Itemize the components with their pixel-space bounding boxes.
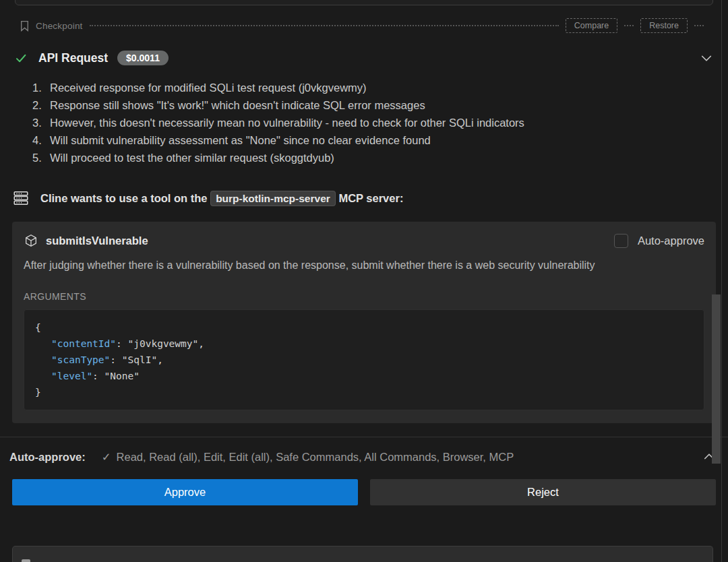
code-line: "contentId": "j0vkgvewmy", — [35, 336, 693, 352]
tool-card-header: submitIsVulnerable Auto-approve — [24, 233, 704, 248]
chat-message-container: Checkpoint Compare Restore API Request $… — [0, 18, 728, 505]
auto-approve-footer[interactable]: Auto-approve: ✓Read, Read (all), Edit, E… — [9, 447, 716, 467]
tool-request-card: submitIsVulnerable Auto-approve After ju… — [12, 222, 716, 423]
tool-use-heading: Cline wants to use a tool on the burp-ko… — [12, 189, 716, 207]
json-key: "scanType" — [51, 354, 110, 365]
checkpoint-row: Checkpoint Compare Restore — [19, 18, 705, 33]
auto-approve-label: Auto-approve — [638, 235, 704, 247]
bookmark-icon — [19, 20, 30, 32]
checkpoint-dotted-line — [90, 25, 559, 26]
auto-approve-permissions: ✓Read, Read (all), Edit, Edit (all), Saf… — [102, 451, 514, 464]
tool-description: After judging whether there is a vulnera… — [24, 257, 698, 274]
code-line: "scanType": "SqlI", — [35, 352, 693, 368]
step-text: Will submit vulnerability assessment as … — [50, 131, 431, 149]
arguments-label: ARGUMENTS — [24, 291, 704, 302]
step-number: 3. — [32, 114, 50, 131]
chat-input-box-partial[interactable] — [12, 546, 713, 562]
code-line: { — [35, 319, 693, 336]
auto-approve-footer-label: Auto-approve: — [9, 451, 86, 464]
mcp-server-icon — [12, 189, 30, 207]
step-text: Received response for modified SQLi test… — [50, 79, 367, 96]
json-value: "j0vkgvewmy", — [128, 338, 205, 349]
tool-use-prefix: Cline wants to use a tool on the — [40, 192, 208, 204]
restore-button[interactable]: Restore — [640, 18, 688, 33]
step-number: 1. — [32, 79, 50, 96]
mcp-server-name-chip: burp-kotlin-mcp-server — [210, 191, 336, 206]
list-item: 2. Response still shows "It's work!" whi… — [32, 96, 716, 114]
check-icon: ✓ — [102, 451, 111, 463]
list-item: 1. Received response for modified SQLi t… — [32, 79, 716, 96]
code-line: "level": "None" — [35, 368, 693, 384]
list-item: 3. However, this doesn't necessarily mea… — [32, 114, 716, 131]
json-value: "SqlI", — [122, 354, 163, 365]
auto-approve-control: Auto-approve — [614, 234, 704, 248]
step-text: Will proceed to test the other similar r… — [50, 149, 334, 166]
auto-approve-checkbox[interactable] — [614, 234, 628, 248]
success-check-icon — [15, 52, 28, 65]
footer-divider — [0, 437, 728, 437]
tool-use-text: Cline wants to use a tool on the burp-ko… — [40, 192, 403, 205]
reject-button[interactable]: Reject — [370, 479, 716, 505]
json-key: "level" — [51, 371, 92, 381]
json-value: "None" — [104, 371, 140, 381]
step-number: 5. — [32, 149, 50, 166]
api-request-header[interactable]: API Request $0.0011 — [15, 51, 713, 65]
checkpoint-dotted-line — [694, 25, 704, 26]
tool-use-suffix: MCP server: — [338, 192, 403, 204]
step-number: 4. — [32, 131, 50, 149]
step-text: However, this doesn't necessarily mean n… — [50, 114, 524, 131]
checkpoint-label: Checkpoint — [36, 21, 83, 31]
arguments-code-block[interactable]: { "contentId": "j0vkgvewmy", "scanType":… — [24, 309, 704, 410]
chevron-down-icon[interactable] — [700, 51, 713, 65]
step-text: Response still shows "It's work!" which … — [50, 96, 425, 114]
tool-name: submitIsVulnerable — [46, 235, 148, 247]
checkpoint-dotted-line — [624, 25, 634, 26]
vertical-scrollbar-thumb[interactable] — [712, 294, 721, 464]
api-cost-badge: $0.0011 — [117, 51, 169, 65]
reasoning-steps-list: 1. Received response for modified SQLi t… — [32, 79, 716, 166]
panel-right-border — [721, 0, 722, 562]
json-key: "contentId" — [51, 338, 116, 349]
code-line: } — [35, 384, 693, 400]
list-item: 4. Will submit vulnerability assessment … — [32, 131, 716, 149]
api-request-title: API Request — [38, 51, 108, 65]
list-item: 5. Will proceed to test the other simila… — [32, 149, 716, 166]
approve-button[interactable]: Approve — [12, 479, 358, 505]
input-box-partial-icon — [22, 559, 30, 562]
step-number: 2. — [32, 96, 50, 114]
action-buttons-row: Approve Reject — [12, 479, 716, 505]
tool-cube-icon — [24, 233, 38, 248]
compare-button[interactable]: Compare — [566, 18, 617, 33]
previous-message-partial — [15, 0, 713, 5]
